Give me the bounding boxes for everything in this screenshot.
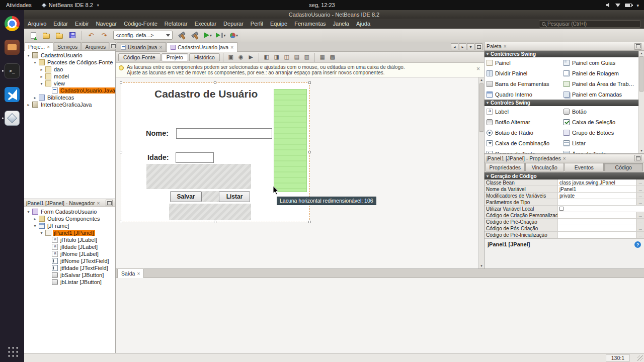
- palette-item[interactable]: Caixa de Combinação: [485, 138, 561, 148]
- menu-item[interactable]: Refatorar: [161, 19, 191, 29]
- scrollbar-thumb[interactable]: [639, 56, 643, 92]
- navigator-header[interactable]: jPanel1 [JPanel] - Navegador: [24, 199, 115, 207]
- tree-item[interactable]: ▸ Outros Componentes: [24, 215, 115, 222]
- menu-item[interactable]: Ferramentas: [291, 19, 329, 29]
- debug-button[interactable]: [215, 30, 227, 41]
- layout-gap[interactable]: [146, 164, 251, 189]
- tree-item[interactable]: jbListar [JButton]: [24, 279, 115, 286]
- tree-item[interactable]: jlTitulo [JLabel]: [24, 236, 115, 243]
- build-project-button[interactable]: [176, 30, 188, 41]
- property-row[interactable]: Parâmetros de Tipo: [485, 199, 644, 206]
- ellipsis-button[interactable]: [636, 186, 644, 192]
- expander-icon[interactable]: ▸: [39, 74, 44, 79]
- panel-tab[interactable]: Serviços: [54, 42, 81, 50]
- palette-section-containers[interactable]: Contêineres Swing: [485, 51, 638, 57]
- tree-item[interactable]: ▾ Pacotes de Códigos-Fonte: [24, 59, 115, 66]
- menu-item[interactable]: Executar: [191, 19, 220, 29]
- resize-grip[interactable]: [637, 355, 643, 361]
- selected-gap[interactable]: [274, 89, 307, 192]
- menu-item[interactable]: Depurar: [220, 19, 247, 29]
- resize-handle[interactable]: [308, 81, 311, 84]
- dock-vscode[interactable]: [1, 84, 23, 105]
- config-select[interactable]: <config. defa...>: [113, 31, 173, 40]
- ellipsis-button[interactable]: [636, 232, 644, 238]
- search-input[interactable]: [547, 21, 638, 27]
- tree-item[interactable]: ▸ model: [24, 73, 115, 80]
- property-row[interactable]: Código de Pré-Criação: [485, 219, 644, 225]
- expander-icon[interactable]: ▾: [33, 224, 37, 228]
- document-tab[interactable]: Usuario.java: [117, 42, 166, 51]
- palette-item[interactable]: Listar: [561, 138, 638, 148]
- palette-item[interactable]: Dividir Painel: [485, 68, 561, 78]
- vertical-scrollbar[interactable]: ▴ ▾: [478, 77, 484, 268]
- clean-build-button[interactable]: [189, 30, 201, 41]
- expander-icon[interactable]: ▾: [33, 60, 37, 65]
- dock-netbeans[interactable]: [1, 108, 23, 128]
- tree-item[interactable]: ▾ [JFrame]: [24, 222, 115, 229]
- view-tab[interactable]: Código-Fonte: [118, 53, 160, 61]
- palette-item[interactable]: Caixa de Seleção: [561, 117, 638, 127]
- layout-gap[interactable]: [169, 204, 251, 220]
- help-icon[interactable]: [634, 241, 641, 248]
- app-menu[interactable]: NetBeans IDE 8.2: [38, 0, 103, 10]
- ellipsis-button[interactable]: [636, 199, 644, 205]
- tree-item[interactable]: jbSalvar [JButton]: [24, 272, 115, 279]
- tab-list-button[interactable]: [467, 43, 474, 50]
- profile-button[interactable]: [228, 30, 240, 41]
- ellipsis-button[interactable]: [636, 225, 644, 231]
- close-icon[interactable]: [97, 200, 100, 206]
- dock-terminal[interactable]: [1, 61, 23, 81]
- tree-item[interactable]: ▸ InterfaceGraficaJava: [24, 101, 115, 108]
- dock-chrome[interactable]: [1, 14, 23, 34]
- maximize-editor-button[interactable]: [475, 43, 482, 50]
- align-bottom-icon[interactable]: [302, 53, 311, 61]
- property-row[interactable]: Utilizar Variável Local: [485, 206, 644, 212]
- properties-tab[interactable]: Vinculação: [525, 163, 565, 171]
- output-tab[interactable]: Saída: [117, 268, 144, 278]
- close-icon[interactable]: [563, 155, 566, 161]
- close-hint-icon[interactable]: ×: [476, 66, 480, 72]
- connection-mode-icon[interactable]: [236, 53, 246, 61]
- menu-item[interactable]: Janela: [330, 19, 353, 29]
- search-box[interactable]: [539, 20, 641, 28]
- listar-button[interactable]: Listar: [219, 191, 250, 202]
- align-right-icon[interactable]: [272, 53, 281, 61]
- menu-item[interactable]: Perfil: [247, 19, 267, 29]
- new-file-button[interactable]: [27, 30, 39, 41]
- property-row[interactable]: Código de Pré-Inicialização: [485, 232, 644, 238]
- resize-handle[interactable]: [214, 81, 216, 84]
- ellipsis-button[interactable]: [636, 193, 644, 199]
- selection-mode-icon[interactable]: [226, 53, 235, 61]
- resize-handle[interactable]: [120, 151, 122, 153]
- output-content[interactable]: [116, 278, 644, 353]
- tree-item[interactable]: ▾ jPanel1 [JPanel]: [24, 229, 115, 236]
- scroll-down-icon[interactable]: ▾: [639, 149, 644, 153]
- resize-handle[interactable]: [308, 221, 311, 223]
- expander-icon[interactable]: ▾: [39, 231, 44, 235]
- ellipsis-button[interactable]: [636, 212, 644, 218]
- view-tab[interactable]: Projeto: [162, 53, 188, 61]
- palette-item[interactable]: Painel de Rolagem: [561, 68, 638, 78]
- minimize-panel-button[interactable]: [106, 200, 113, 206]
- expander-icon[interactable]: ▾: [39, 81, 44, 86]
- document-tab[interactable]: CadastroUsuario.java: [167, 42, 237, 52]
- layout-gap[interactable]: [202, 191, 219, 202]
- menu-item[interactable]: Navegar: [93, 19, 121, 29]
- palette-item[interactable]: Grupo de Botões: [561, 127, 638, 138]
- resize-handle[interactable]: [214, 221, 216, 223]
- tree-item[interactable]: jlNome [JLabel]: [24, 250, 115, 257]
- code-generation-section-header[interactable]: Geração de Código: [485, 172, 644, 179]
- palette-scrollbar[interactable]: ▴ ▾: [638, 51, 644, 153]
- tree-item[interactable]: ▾ view: [24, 80, 115, 87]
- property-row[interactable]: Nome da Variável jPanel1: [485, 186, 644, 193]
- minimize-panel-button[interactable]: [634, 43, 641, 50]
- expander-icon[interactable]: ▸: [33, 96, 37, 100]
- minimize-panel-button[interactable]: [634, 155, 641, 161]
- property-row[interactable]: Classe Bean class javax.swing.JPanel: [485, 179, 644, 186]
- palette-item[interactable]: Botão Alternar: [485, 117, 561, 127]
- close-icon[interactable]: [137, 270, 140, 277]
- menu-item[interactable]: Código-Fonte: [120, 19, 161, 29]
- resize-handle[interactable]: [120, 81, 122, 84]
- tree-item[interactable]: jlIdade [JLabel]: [24, 243, 115, 250]
- ellipsis-button[interactable]: [636, 179, 644, 186]
